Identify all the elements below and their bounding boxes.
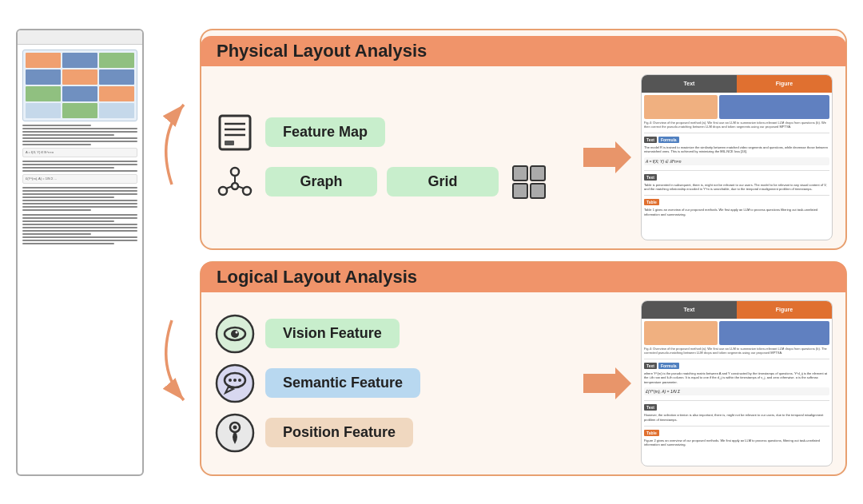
left-bottom-arrow xyxy=(152,312,192,416)
physical-result-content: Fig.4: Overview of the proposed method (… xyxy=(642,93,832,240)
section-tag-formula: Formula xyxy=(658,137,679,143)
svg-rect-6 xyxy=(225,141,234,145)
svg-point-26 xyxy=(229,379,232,382)
document-panel: A = f(X; Y) ∈ ℝ^n×n £(Y^(m), A) = 1/N Σ … xyxy=(16,29,144,476)
svg-point-28 xyxy=(238,379,241,382)
logical-figure-tab: Figure xyxy=(737,301,832,319)
physical-caption: Fig.4: Overview of the proposed method (… xyxy=(644,121,829,129)
logical-body: Vision Feature xyxy=(201,292,845,474)
section-tag-text2: Text xyxy=(644,174,657,181)
svg-rect-16 xyxy=(513,184,527,198)
logical-result-arrow xyxy=(583,367,631,399)
logical-result-panel: Text Figure Fig.4: Overview of the propo… xyxy=(641,300,833,466)
doc-content: A = f(X; Y) ∈ ℝ^n×n £(Y^(m), A) = 1/N Σ … xyxy=(18,45,142,474)
l-section-tag-formula: Formula xyxy=(658,363,679,369)
physical-panel: Physical Layout Analysis xyxy=(200,29,847,250)
svg-marker-18 xyxy=(583,141,631,173)
grid-icon xyxy=(511,165,547,200)
logical-text-tab: Text xyxy=(642,301,737,319)
l-section-tag-table: Table xyxy=(644,430,659,436)
logical-text-content: where Y^(m) is the pseudo matching matri… xyxy=(644,371,829,385)
feature-map-icon-wrap xyxy=(214,112,256,153)
vision-icon-wrap xyxy=(214,313,256,355)
position-label: Position Feature xyxy=(265,418,413,447)
svg-point-10 xyxy=(232,183,238,189)
logical-arrow-svg xyxy=(583,367,631,399)
position-icon xyxy=(214,412,256,454)
feature-map-row: Feature Map xyxy=(214,112,574,153)
svg-point-9 xyxy=(243,187,251,195)
feature-map-label: Feature Map xyxy=(265,117,385,147)
section-tag-text: Text xyxy=(644,137,657,143)
physical-title: Physical Layout Analysis xyxy=(217,41,427,61)
svg-rect-15 xyxy=(531,166,545,181)
physical-text-tab: Text xyxy=(642,75,737,93)
svg-rect-14 xyxy=(513,166,527,181)
svg-point-27 xyxy=(233,379,237,382)
logical-result-header: Text Figure xyxy=(642,301,832,319)
doc-formula2: £(Y^(m), A) = 1/N Σ ... xyxy=(22,174,137,184)
grid-icon-wrap xyxy=(508,161,550,203)
logical-title: Logical Layout Analysis xyxy=(217,267,417,287)
logical-caption: Fig.4: Overview of the proposed method (… xyxy=(644,347,829,355)
svg-marker-32 xyxy=(583,367,631,399)
graph-grid-row: Graph Grid xyxy=(214,161,574,203)
doc-text-lines xyxy=(22,125,137,145)
position-feature-row: Position Feature xyxy=(214,412,574,454)
logical-text-content2: However, the selection criterion is also… xyxy=(644,413,829,422)
physical-figure-tab: Figure xyxy=(737,75,832,93)
semantic-feature-row: Semantic Feature xyxy=(214,363,574,404)
graph-label: Graph xyxy=(265,167,377,196)
physical-arrow-svg xyxy=(583,141,631,173)
graph-icon-wrap xyxy=(214,161,256,203)
l-section-tag-text: Text xyxy=(644,363,657,369)
logical-table-content: Figure 2 gives an overview of our propos… xyxy=(644,439,829,447)
svg-point-22 xyxy=(236,331,238,333)
logical-formula: £(Y^(m), A) = 1/N Σ xyxy=(644,387,829,395)
logical-result-content: Fig.4: Overview of the proposed method (… xyxy=(642,319,832,466)
doc-figure xyxy=(22,50,137,121)
feature-map-icon xyxy=(217,114,253,151)
grid-label: Grid xyxy=(387,167,499,196)
physical-formula: A = f(X; Y) ∈ ℝ^n×n xyxy=(644,157,829,165)
physical-table-content: Table 1 gives an overview of our propose… xyxy=(644,208,829,216)
physical-features: Feature Map xyxy=(214,112,574,203)
physical-result-panel: Text Figure Fig.4: Overview of the propo… xyxy=(641,74,833,240)
section-tag-table: Table xyxy=(644,199,659,205)
svg-point-31 xyxy=(233,425,237,429)
svg-point-23 xyxy=(217,365,253,402)
position-icon-wrap xyxy=(214,412,256,454)
graph-icon xyxy=(217,164,253,200)
semantic-icon-wrap xyxy=(214,363,256,404)
vision-icon xyxy=(214,313,256,355)
main-container: A = f(X; Y) ∈ ℝ^n×n £(Y^(m), A) = 1/N Σ … xyxy=(8,9,855,496)
svg-rect-17 xyxy=(531,184,545,198)
panels-area: Physical Layout Analysis xyxy=(200,29,847,476)
svg-point-21 xyxy=(231,330,239,338)
svg-rect-2 xyxy=(220,116,250,149)
vision-label: Vision Feature xyxy=(265,319,400,348)
physical-title-bar: Physical Layout Analysis xyxy=(201,36,846,66)
vision-feature-row: Vision Feature xyxy=(214,313,574,355)
doc-formula1: A = f(X; Y) ∈ ℝ^n×n xyxy=(22,148,137,157)
semantic-icon xyxy=(214,363,256,404)
semantic-label: Semantic Feature xyxy=(265,368,420,398)
physical-text-content2: Table is presented in subsequent, there … xyxy=(644,183,829,192)
l-section-tag-text2: Text xyxy=(644,404,657,411)
logical-features: Vision Feature xyxy=(214,313,574,454)
physical-text-content: The model R is trained to maximize the s… xyxy=(644,145,829,154)
physical-body: Feature Map xyxy=(201,66,845,248)
left-arrows-area xyxy=(152,29,192,476)
left-top-arrow xyxy=(152,89,192,192)
logical-title-bar: Logical Layout Analysis xyxy=(201,262,846,292)
logical-panel: Logical Layout Analysis xyxy=(200,261,847,476)
doc-header xyxy=(18,30,142,45)
svg-point-8 xyxy=(219,187,227,195)
svg-point-7 xyxy=(231,168,239,176)
physical-result-header: Text Figure xyxy=(642,75,832,93)
physical-result-arrow xyxy=(583,141,631,173)
